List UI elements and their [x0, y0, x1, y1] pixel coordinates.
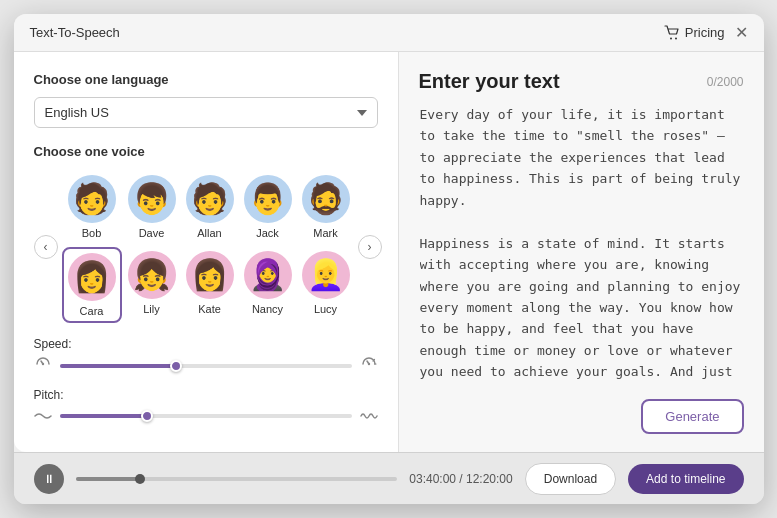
- voice-item-dave[interactable]: 👦 Dave: [124, 171, 180, 243]
- text-area-title: Enter your text: [419, 70, 560, 93]
- play-pause-button[interactable]: ⏸: [34, 464, 64, 494]
- char-count: 0/2000: [707, 75, 744, 89]
- voice-name-kate: Kate: [198, 303, 221, 315]
- left-panel: Choose one language English US Choose on…: [14, 52, 399, 452]
- svg-point-1: [675, 37, 677, 39]
- pitch-label: Pitch:: [34, 388, 378, 402]
- carousel-prev-button[interactable]: ‹: [34, 235, 58, 259]
- svg-point-2: [41, 363, 43, 365]
- title-bar-left: Text-To-Speech: [30, 25, 120, 40]
- voice-avatar-allan: 🧑: [186, 175, 234, 223]
- voice-item-kate[interactable]: 👩 Kate: [182, 247, 238, 323]
- voice-name-lily: Lily: [143, 303, 160, 315]
- voice-avatar-nancy: 🧕: [244, 251, 292, 299]
- pricing-label: Pricing: [685, 25, 725, 40]
- main-content: Choose one language English US Choose on…: [14, 52, 764, 452]
- voice-name-dave: Dave: [139, 227, 165, 239]
- time-display: 03:40:00 / 12:20:00: [409, 472, 512, 486]
- pitch-high-icon: [360, 408, 378, 424]
- pricing-button[interactable]: Pricing: [664, 25, 725, 41]
- svg-point-0: [670, 37, 672, 39]
- speed-slider-row: [34, 357, 378, 374]
- voice-name-nancy: Nancy: [252, 303, 283, 315]
- generate-btn-row: Generate: [419, 399, 744, 434]
- audio-progress-thumb: [135, 474, 145, 484]
- voice-name-lucy: Lucy: [314, 303, 337, 315]
- download-button[interactable]: Download: [525, 463, 616, 495]
- app-window: Text-To-Speech Pricing ✕ Choose one lang…: [14, 14, 764, 504]
- voice-item-cara[interactable]: 👩 Cara: [62, 247, 122, 323]
- text-input[interactable]: [419, 103, 744, 389]
- audio-progress-track[interactable]: [76, 477, 398, 481]
- voice-item-jack[interactable]: 👨 Jack: [240, 171, 296, 243]
- voice-item-lily[interactable]: 👧 Lily: [124, 247, 180, 323]
- text-area-header: Enter your text 0/2000: [419, 70, 744, 93]
- pitch-slider[interactable]: [60, 414, 352, 418]
- voice-avatar-lily: 👧: [128, 251, 176, 299]
- bottom-bar: ⏸ 03:40:00 / 12:20:00 Download Add to ti…: [14, 452, 764, 504]
- title-bar-right: Pricing ✕: [664, 25, 748, 41]
- cart-icon: [664, 25, 680, 41]
- voice-item-nancy[interactable]: 🧕 Nancy: [240, 247, 296, 323]
- voice-avatar-bob: 🧑: [68, 175, 116, 223]
- audio-progress-fill: [76, 477, 140, 481]
- speed-section: Speed:: [34, 337, 378, 374]
- right-panel: Enter your text 0/2000 Generate: [399, 52, 764, 452]
- voice-name-mark: Mark: [313, 227, 337, 239]
- voice-avatar-dave: 👦: [128, 175, 176, 223]
- voice-avatar-kate: 👩: [186, 251, 234, 299]
- voice-name-bob: Bob: [82, 227, 102, 239]
- svg-point-3: [367, 363, 369, 365]
- close-button[interactable]: ✕: [735, 25, 748, 41]
- language-section-title: Choose one language: [34, 72, 378, 87]
- speed-label: Speed:: [34, 337, 378, 351]
- carousel-next-button[interactable]: ›: [358, 235, 382, 259]
- voice-section-title: Choose one voice: [34, 144, 378, 159]
- speed-fast-icon: [360, 357, 378, 374]
- pitch-section: Pitch:: [34, 388, 378, 424]
- voices-grid: 🧑 Bob 👦 Dave 🧑 Allan: [58, 171, 358, 323]
- voice-avatar-jack: 👨: [244, 175, 292, 223]
- language-select[interactable]: English US: [34, 97, 378, 128]
- title-bar: Text-To-Speech Pricing ✕: [14, 14, 764, 52]
- voice-carousel: ‹ 🧑 Bob 👦 Dave: [34, 171, 378, 323]
- voice-item-lucy[interactable]: 👱‍♀️ Lucy: [298, 247, 354, 323]
- generate-button[interactable]: Generate: [641, 399, 743, 434]
- add-timeline-button[interactable]: Add to timeline: [628, 464, 743, 494]
- voice-item-allan[interactable]: 🧑 Allan: [182, 171, 238, 243]
- voice-avatar-mark: 🧔: [302, 175, 350, 223]
- voice-name-allan: Allan: [197, 227, 221, 239]
- pitch-slider-row: [34, 408, 378, 424]
- pause-icon: ⏸: [43, 472, 55, 486]
- voice-avatar-lucy: 👱‍♀️: [302, 251, 350, 299]
- pitch-low-icon: [34, 408, 52, 424]
- app-title: Text-To-Speech: [30, 25, 120, 40]
- voice-name-cara: Cara: [80, 305, 104, 317]
- voice-item-bob[interactable]: 🧑 Bob: [62, 171, 122, 243]
- voice-avatar-cara: 👩: [68, 253, 116, 301]
- speed-slow-icon: [34, 357, 52, 374]
- voice-name-jack: Jack: [256, 227, 279, 239]
- voice-item-mark[interactable]: 🧔 Mark: [298, 171, 354, 243]
- speed-slider[interactable]: [60, 364, 352, 368]
